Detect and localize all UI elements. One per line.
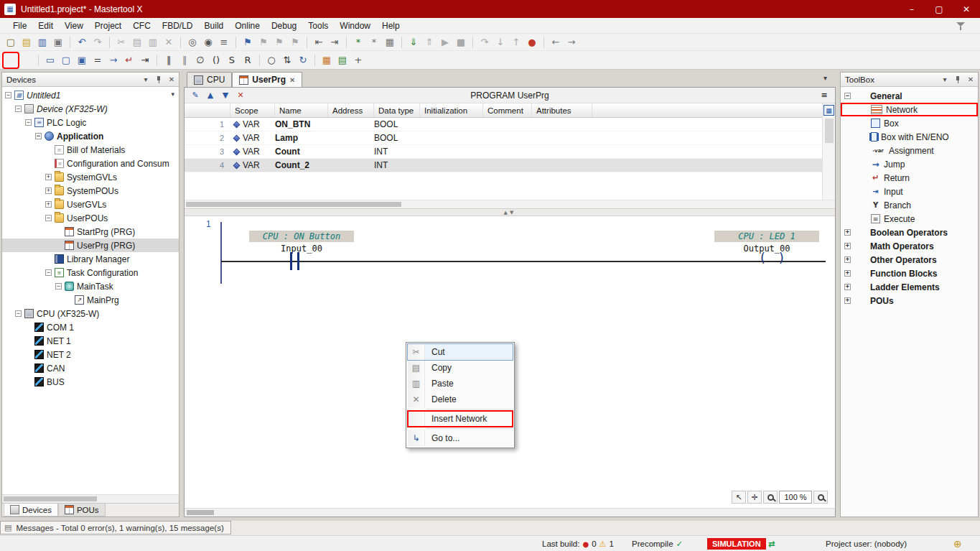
redo-icon[interactable]: ↷: [90, 35, 105, 50]
variable-row[interactable]: 4 VAR Count_2 INT: [185, 159, 835, 172]
project-dropdown-icon[interactable]: [171, 91, 174, 98]
menu-item[interactable]: Tools: [302, 19, 334, 33]
tree-item[interactable]: Device (XF325-W): [2, 102, 179, 116]
tree-item[interactable]: BUS: [2, 375, 179, 389]
generate-code-icon[interactable]: ▦: [383, 35, 397, 50]
menu-item-go-to[interactable]: ↳ Go to...: [408, 430, 513, 446]
tree-item[interactable]: MainTask: [2, 279, 179, 293]
move-down-icon[interactable]: ▼: [219, 89, 232, 101]
copy-icon[interactable]: ▤: [130, 35, 144, 50]
view-matrix-icon[interactable]: ▦: [319, 53, 334, 68]
variable-row[interactable]: 1 VAR ON_BTN BOOL: [185, 118, 835, 131]
pin-icon[interactable]: [154, 75, 163, 84]
contact-icon[interactable]: [290, 252, 292, 270]
menu-item-copy[interactable]: ▤ Copy: [408, 360, 513, 376]
contact-variable[interactable]: Input_00: [249, 244, 354, 254]
delete-variable-icon[interactable]: ✕: [234, 89, 247, 101]
expander-icon[interactable]: [25, 119, 32, 126]
tree-item[interactable]: ≡ Bill of Materials: [2, 143, 179, 157]
tree-item[interactable]: ≡ PLC Logic: [2, 116, 179, 129]
edge-detection-icon[interactable]: ⇅: [280, 53, 294, 68]
stop-icon[interactable]: ■: [454, 35, 468, 50]
step-over-icon[interactable]: ↷: [477, 35, 492, 50]
toolbox-item[interactable]: Network: [841, 103, 978, 116]
expander-icon[interactable]: [35, 133, 42, 139]
tree-item[interactable]: Library Manager: [2, 252, 179, 266]
expander-icon[interactable]: [15, 106, 22, 112]
previous-bookmark-icon[interactable]: ⚑: [272, 35, 286, 50]
tab-cpu[interactable]: CPU ✕: [187, 72, 232, 87]
toolbox-item[interactable]: → Jump: [841, 157, 978, 171]
maximize-button[interactable]: [925, 0, 953, 18]
build-icon[interactable]: *: [351, 35, 365, 50]
close-tab-icon[interactable]: ✕: [289, 76, 295, 84]
close-panel-icon[interactable]: [966, 75, 975, 83]
step-out-icon[interactable]: ↑: [509, 35, 523, 50]
menu-item[interactable]: Build: [199, 19, 230, 33]
next-message-icon[interactable]: →: [564, 35, 579, 50]
start-icon[interactable]: ▶: [438, 35, 452, 50]
previous-message-icon[interactable]: ←: [549, 35, 563, 50]
filter-icon[interactable]: [956, 21, 966, 31]
menu-item[interactable]: Help: [376, 19, 406, 33]
column-header[interactable]: Data type: [374, 103, 420, 117]
globe-icon[interactable]: ⊕: [953, 536, 962, 551]
toolbox-item[interactable]: Boolean Operators: [841, 226, 978, 239]
insert-coil-icon[interactable]: (): [209, 53, 223, 68]
zoom-level[interactable]: 100 %: [779, 491, 812, 504]
toolbox-item[interactable]: Y Branch: [841, 198, 978, 212]
insert-reset-coil-icon[interactable]: R: [241, 53, 255, 68]
declaration-horizontal-scrollbar[interactable]: [185, 200, 835, 208]
variable-row[interactable]: 3 VAR Count INT: [185, 145, 835, 159]
contact-icon[interactable]: [297, 252, 299, 270]
column-header[interactable]: Name: [275, 103, 328, 117]
expander-icon[interactable]: [45, 215, 52, 221]
toolbox-item[interactable]: Math Operators: [841, 239, 978, 253]
indent-icon[interactable]: ⇥: [327, 35, 342, 50]
toolbox-item[interactable]: -var Assignment: [841, 144, 978, 157]
menu-item[interactable]: View: [59, 19, 89, 33]
expander-icon[interactable]: [45, 187, 52, 194]
view-info-icon[interactable]: ▤: [335, 53, 350, 68]
print-icon[interactable]: ▣: [51, 35, 65, 50]
expander-icon[interactable]: [45, 269, 52, 276]
tree-item[interactable]: ↗ MainPrg: [2, 293, 179, 307]
splitter-handle[interactable]: [185, 208, 835, 216]
menu-item-delete[interactable]: ✕ Delete: [408, 392, 513, 407]
column-header[interactable]: Comment: [483, 103, 532, 117]
tab-pous[interactable]: POUs: [58, 504, 106, 517]
insert-return-icon[interactable]: ↵: [122, 53, 136, 68]
menu-item[interactable]: FBD/LD: [157, 19, 199, 33]
tree-item[interactable]: CAN: [2, 361, 179, 375]
toolbox-item[interactable]: ↵ Return: [841, 171, 978, 185]
panel-menu-icon[interactable]: [941, 75, 949, 83]
menu-item[interactable]: Edit: [32, 19, 59, 33]
tree-item[interactable]: ▦ Untitled1: [2, 88, 179, 102]
tab-devices[interactable]: Devices: [4, 504, 58, 517]
replace-icon[interactable]: ≡: [217, 35, 231, 50]
find-next-icon[interactable]: ◉: [201, 35, 215, 50]
outdent-icon[interactable]: ⇤: [312, 35, 326, 50]
column-header[interactable]: Address: [328, 103, 374, 117]
insert-network-below-icon[interactable]: [19, 53, 34, 68]
undo-icon[interactable]: ↶: [75, 35, 89, 50]
toolbox-item[interactable]: Function Blocks: [841, 267, 978, 280]
open-project-icon[interactable]: ▤: [19, 35, 34, 50]
toolbox-item[interactable]: General: [841, 89, 978, 103]
insert-empty-box-icon[interactable]: ▢: [59, 53, 73, 68]
tree-item[interactable]: UserPrg (PRG): [2, 239, 179, 252]
insert-box-with-eno-icon[interactable]: ▣: [75, 53, 89, 68]
menu-item[interactable]: Debug: [266, 19, 302, 33]
scrollbar-thumb[interactable]: [186, 202, 401, 207]
scrollbar-thumb[interactable]: [825, 119, 834, 143]
tree-item[interactable]: CPU (XF325-W): [2, 307, 179, 320]
pin-icon[interactable]: [953, 75, 962, 84]
scrollbar-thumb[interactable]: [4, 496, 97, 501]
insert-box-icon[interactable]: ▭: [43, 53, 57, 68]
zoom-toolbar-icon[interactable]: +: [351, 53, 365, 68]
tree-item[interactable]: SystemPOUs: [2, 184, 179, 198]
messages-bar[interactable]: Messages - Total 0 error(s), 1 warning(s…: [0, 521, 231, 534]
expander-icon[interactable]: [844, 93, 851, 99]
insert-parallel-contact-icon[interactable]: ∥: [177, 53, 192, 68]
bookmark-toggle-icon[interactable]: ⚑: [241, 35, 255, 50]
